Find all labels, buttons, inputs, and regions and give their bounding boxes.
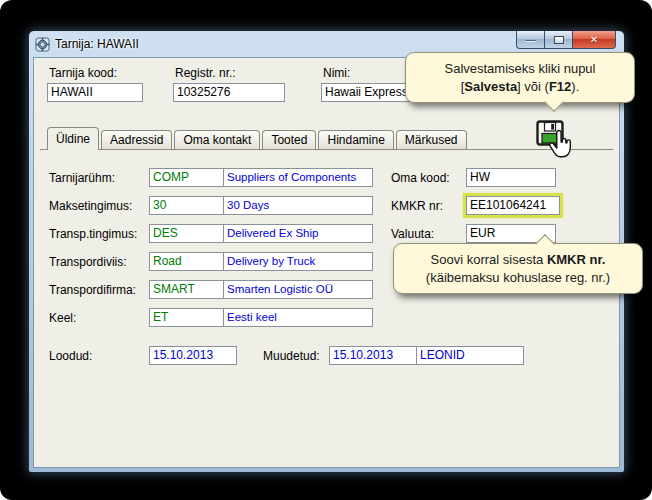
supplier-group-desc-input[interactable]: Suppliers of Components [223, 168, 373, 187]
registry-number-label: Registr. nr.: [175, 66, 236, 80]
currency-label: Valuuta: [391, 227, 434, 241]
maximize-button[interactable] [544, 31, 572, 49]
tab-hindamine[interactable]: Hindamine [318, 130, 393, 149]
minimize-button[interactable]: — [516, 31, 544, 49]
save-hint-line1: Salvestamiseks kliki nupul [416, 60, 624, 78]
transport-company-desc-input[interactable]: Smarten Logistic OÜ [223, 280, 373, 299]
kmkr-input[interactable]: EE101064241 [466, 196, 560, 215]
transport-company-label: Transpordifirma: [49, 283, 136, 297]
supplier-code-input[interactable]: HAWAII [47, 83, 143, 102]
kmkr-hint-callout: Soovi korral sisesta KMKR nr. (käibemaks… [393, 243, 643, 294]
kmkr-hint-line1: Soovi korral sisesta KMKR nr. [404, 251, 632, 269]
tab-markused[interactable]: Märkused [396, 130, 467, 149]
language-code-input[interactable]: ET [149, 308, 225, 327]
own-code-label: Oma kood: [391, 171, 450, 185]
save-hint-line2: [Salvesta] või (F12). [416, 78, 624, 96]
language-desc-input[interactable]: Eesti keel [223, 308, 373, 327]
transport-mode-code-input[interactable]: Road [149, 252, 225, 271]
maximize-icon [554, 36, 564, 44]
tab-tooted[interactable]: Tooted [262, 130, 316, 149]
language-label: Keel: [49, 311, 76, 325]
transport-mode-desc-input[interactable]: Delivery by Truck [223, 252, 373, 271]
supplier-code-label: Tarnija kood: [49, 66, 117, 80]
created-label: Loodud: [49, 349, 92, 363]
save-hint-callout: Salvestamiseks kliki nupul [Salvesta] võ… [405, 52, 635, 103]
transport-company-code-input[interactable]: SMART [149, 280, 225, 299]
payment-terms-label: Maksetingimus: [49, 199, 132, 213]
modified-date-input[interactable]: 15.10.2013 [329, 346, 417, 365]
kmkr-label: KMKR nr: [391, 199, 443, 213]
payment-terms-desc-input[interactable]: 30 Days [223, 196, 373, 215]
supplier-group-code-input[interactable]: COMP [149, 168, 225, 187]
screenshot-frame: Tarnija: HAWAII — ✕ Tarnija kood: HAWAII… [0, 0, 652, 500]
close-button[interactable]: ✕ [572, 31, 616, 49]
hand-pointer-icon [548, 130, 572, 158]
window-title: Tarnija: HAWAII [55, 37, 139, 51]
tab-panel-divider [40, 149, 613, 150]
transport-mode-label: Transpordiviis: [49, 255, 127, 269]
app-icon [35, 37, 50, 52]
transport-terms-desc-input[interactable]: Delivered Ex Ship [223, 224, 373, 243]
name-label: Nimi: [323, 66, 350, 80]
tab-uldine[interactable]: Üldine [47, 127, 99, 150]
transport-terms-code-input[interactable]: DES [149, 224, 225, 243]
tab-aadressid[interactable]: Aadressid [101, 130, 172, 149]
own-code-input[interactable]: HW [466, 168, 556, 187]
kmkr-hint-line2: (käibemaksu kohuslase reg. nr.) [404, 269, 632, 287]
created-date-input[interactable]: 15.10.2013 [149, 346, 237, 365]
supplier-group-label: Tarnijarühm: [49, 171, 115, 185]
window-controls: — ✕ [516, 31, 616, 49]
registry-number-input[interactable]: 10325276 [173, 83, 285, 102]
payment-terms-code-input[interactable]: 30 [149, 196, 225, 215]
tab-bar: Üldine Aadressid Oma kontakt Tooted Hind… [47, 127, 469, 149]
transport-terms-label: Transp.tingimus: [49, 227, 137, 241]
modified-by-input[interactable]: LEONID [416, 346, 524, 365]
modified-label: Muudetud: [263, 349, 320, 363]
tab-oma-kontakt[interactable]: Oma kontakt [174, 130, 260, 149]
